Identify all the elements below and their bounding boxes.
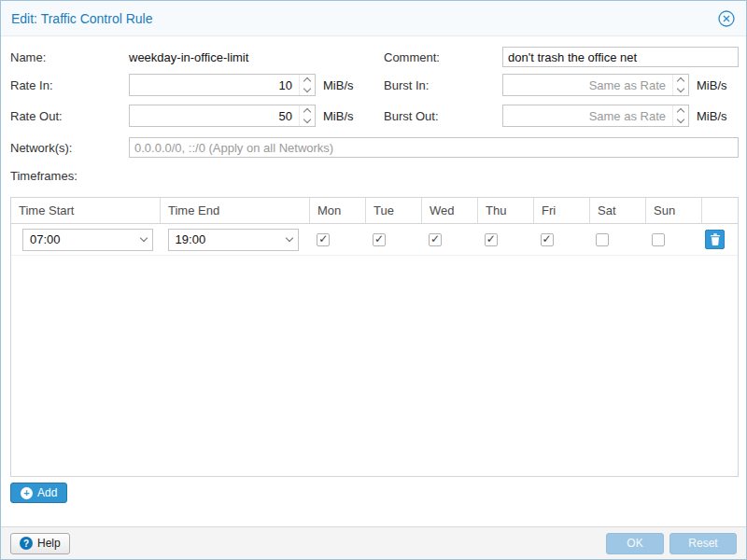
day-cell-sat: [588, 224, 644, 255]
add-button[interactable]: Add: [10, 483, 67, 503]
burst-out-spinner: [502, 105, 689, 127]
rate-in-unit: MiB/s: [323, 78, 354, 92]
checkbox-thu[interactable]: [485, 233, 498, 246]
column-header-mon: Mon: [310, 198, 366, 223]
rate-in-input[interactable]: [130, 75, 299, 95]
rate-out-spin-buttons: [299, 105, 315, 126]
spinner-down-icon[interactable]: [300, 85, 315, 95]
rate-out-label: Rate Out:: [10, 109, 63, 123]
chevron-down-icon[interactable]: [135, 238, 152, 241]
comment-input[interactable]: [502, 47, 739, 67]
networks-input[interactable]: [129, 137, 739, 158]
time-start-cell: 07:00: [11, 224, 161, 255]
time-end-value: 19:00: [169, 232, 281, 246]
rate-out-input[interactable]: [130, 105, 299, 126]
spinner-down-icon[interactable]: [300, 116, 315, 126]
column-header-wed: Wed: [422, 198, 478, 223]
checkbox-sun[interactable]: [652, 233, 665, 246]
burst-in-spinner: [502, 74, 689, 96]
ok-button-label: OK: [627, 537, 642, 550]
reset-button-label: Reset: [688, 537, 717, 550]
comment-label: Comment:: [384, 50, 440, 64]
checkbox-tue[interactable]: [373, 233, 386, 246]
day-cell-thu: [477, 224, 533, 255]
spinner-up-icon[interactable]: [300, 105, 315, 116]
dialog-title: Edit: Traffic Control Rule: [11, 11, 152, 26]
checkbox-sat[interactable]: [596, 233, 609, 246]
column-header-time-end: Time End: [161, 198, 310, 223]
row-actions-cell: [700, 224, 738, 255]
timeframe-row: 07:00 19:00: [11, 224, 738, 256]
burst-in-label: Burst In:: [384, 78, 429, 92]
burst-out-input[interactable]: [503, 105, 672, 126]
spinner-up-icon[interactable]: [673, 75, 688, 85]
dialog-titlebar: Edit: Traffic Control Rule: [1, 1, 746, 36]
day-cell-tue: [365, 224, 421, 255]
time-end-cell: 19:00: [161, 224, 310, 255]
burst-in-input[interactable]: [503, 75, 672, 95]
checkbox-wed[interactable]: [429, 233, 442, 246]
rate-in-label: Rate In:: [10, 78, 53, 92]
column-header-sun: Sun: [646, 198, 702, 223]
name-value: weekday-in-office-limit: [129, 50, 248, 64]
burst-in-spin-buttons: [672, 75, 688, 95]
spinner-down-icon[interactable]: [673, 116, 688, 126]
time-start-combo[interactable]: 07:00: [22, 229, 153, 251]
chevron-down-icon[interactable]: [281, 238, 298, 241]
rate-in-spinner: [129, 74, 316, 96]
ok-button[interactable]: OK: [606, 533, 664, 554]
networks-field-wrap: [129, 137, 739, 158]
spinner-up-icon[interactable]: [300, 75, 315, 85]
day-cell-wed: [421, 224, 477, 255]
day-cell-sun: [644, 224, 700, 255]
plus-circle-icon: [21, 487, 33, 499]
column-header-tue: Tue: [366, 198, 422, 223]
timeframes-table-header: Time Start Time End Mon Tue Wed Thu Fri …: [11, 198, 738, 224]
burst-out-label: Burst Out:: [384, 109, 439, 123]
time-start-value: 07:00: [23, 232, 135, 246]
reset-button[interactable]: Reset: [669, 533, 737, 554]
help-button-label: Help: [37, 537, 61, 550]
day-cell-fri: [533, 224, 589, 255]
rate-out-spinner: [129, 105, 316, 127]
close-icon: [717, 9, 736, 28]
timeframes-table: Time Start Time End Mon Tue Wed Thu Fri …: [10, 197, 739, 477]
question-circle-icon: [20, 537, 33, 550]
column-header-sat: Sat: [590, 198, 646, 223]
rate-in-spin-buttons: [299, 75, 315, 95]
close-button[interactable]: [717, 9, 736, 28]
trash-icon: [710, 233, 721, 245]
time-end-combo[interactable]: 19:00: [168, 229, 299, 251]
help-button[interactable]: Help: [10, 533, 70, 554]
name-label: Name:: [10, 50, 46, 64]
day-cell-mon: [309, 224, 365, 255]
spinner-down-icon[interactable]: [673, 85, 688, 95]
burst-out-unit: MiB/s: [697, 109, 727, 123]
dialog-content: Name: weekday-in-office-limit Comment: R…: [1, 36, 746, 526]
dialog-footer: Help OK Reset: [1, 526, 746, 559]
column-header-actions: [702, 198, 738, 223]
comment-field-wrap: [502, 47, 739, 67]
spinner-up-icon[interactable]: [673, 105, 688, 116]
burst-in-unit: MiB/s: [697, 78, 727, 92]
column-header-fri: Fri: [534, 198, 590, 223]
edit-traffic-control-rule-dialog: Edit: Traffic Control Rule Name: weekday…: [0, 0, 747, 560]
timeframes-label: Timeframes:: [10, 169, 78, 183]
column-header-thu: Thu: [478, 198, 534, 223]
delete-row-button[interactable]: [705, 230, 725, 249]
add-button-label: Add: [37, 486, 57, 499]
burst-out-spin-buttons: [672, 105, 688, 126]
checkbox-mon[interactable]: [317, 233, 330, 246]
checkbox-fri[interactable]: [541, 233, 554, 246]
networks-label: Network(s):: [10, 141, 72, 155]
column-header-time-start: Time Start: [11, 198, 161, 223]
rate-out-unit: MiB/s: [323, 109, 354, 123]
